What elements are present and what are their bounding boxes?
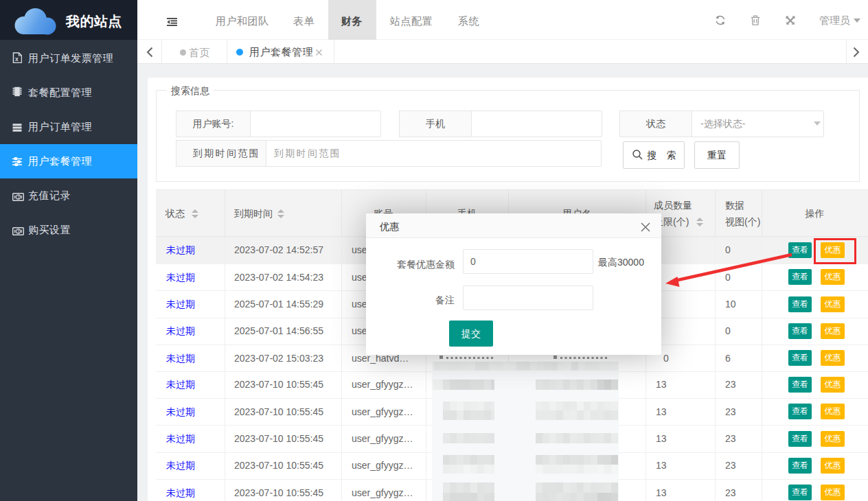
svg-text:1: 1: [17, 195, 20, 200]
svg-text:x: x: [15, 56, 19, 62]
svg-text:1: 1: [17, 229, 20, 234]
